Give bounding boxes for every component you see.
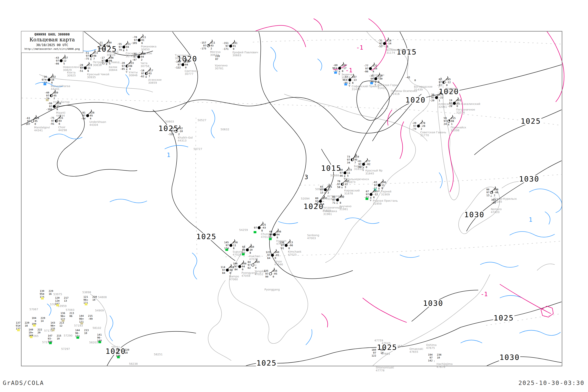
station-right-values: 201 11 0 (456, 99, 461, 108)
station-right-values: 272 11 6 (88, 64, 92, 72)
station-id-label: 57193 (74, 324, 83, 327)
station-name-label: Oshima 47675 (426, 344, 438, 350)
precip-marker-icon (33, 324, 36, 326)
station-cloud-circle-icon (182, 63, 184, 66)
station-name-label: Южно-Курильск 32165 (493, 197, 518, 203)
station-name-label: Ноглики 32053 (446, 87, 459, 93)
station-left-values: 97 (254, 223, 257, 229)
station-left-values: -102 97 -122 (175, 60, 181, 69)
bulletin-header: QHHH98 UAOL 300000 (21, 33, 83, 36)
station-cloud-circle-icon (55, 120, 58, 122)
station-left-values: 135 97 90 (264, 269, 268, 278)
precip-marker-icon (370, 82, 373, 84)
station-left-values: -61 97 -107 (24, 116, 30, 126)
station-name-label: Красный Чикой 30935 (87, 73, 110, 79)
station-right-values: 220 10 (92, 295, 97, 301)
station-left-values: 194 97 142 (428, 353, 432, 362)
station-left-values: 91 97 71 (332, 196, 335, 204)
station-right-values: 220 18 (25, 321, 29, 327)
precip-marker-icon (254, 231, 256, 233)
station-left-values: -69 96※ -72 (332, 64, 338, 72)
station-cloud-circle-icon (106, 60, 108, 62)
weather-symbol-icon: △ (490, 194, 492, 197)
precip-marker-icon (49, 342, 52, 344)
weather-symbol-icon: ⧖ ▽ (370, 196, 372, 202)
station-id-label: 57083 (66, 308, 74, 312)
station-right-values: 118 -14 8 (387, 39, 391, 48)
weather-symbol-icon: ▽ (336, 202, 338, 204)
station-name-label: Hachijojima 47678 (436, 362, 453, 368)
station-cloud-circle-icon (229, 45, 232, 48)
station-right-values: 211 01 6 (141, 36, 146, 44)
contour-aux-label: 1 (529, 216, 532, 223)
station-name-label: Богородское 31439 (414, 85, 433, 91)
station-name-label: Кяхта 30925 (67, 71, 76, 77)
station-name-label: Романовка 30650 (141, 45, 158, 51)
station-left-values: 180 97 122 (372, 348, 376, 357)
station-name-label: Большой Шантар 31174 (386, 48, 412, 54)
station-right-values: 211 03 2 (210, 41, 215, 50)
station-right-values: 215 08 1 (451, 116, 456, 126)
station-right-values: 192 8 (340, 196, 344, 204)
station-name-label: Рудная Пристань 31959 (373, 199, 399, 205)
station-left-values: 144 96∞ 121 (79, 314, 84, 323)
station-name-label: Nampo 47060 (229, 275, 240, 281)
station-left-values: -43 (406, 76, 410, 82)
station-right-values: 132 -16 8 (372, 64, 377, 73)
station-right-values: 173 11 5 (347, 168, 352, 177)
station-name-label: Кировский 31878 (344, 189, 361, 195)
station-cloud-circle-icon (145, 72, 148, 75)
station-cloud-circle-icon (126, 65, 128, 68)
station-right-values: 236 10 (437, 353, 442, 359)
station-id-label: 57297 (61, 347, 70, 350)
station-left-values: 65 97 13 (320, 185, 323, 194)
precip-marker-icon (117, 356, 120, 358)
station-left-values: -28 97 -51 (78, 64, 83, 72)
station-right-values: 289 05 7 (54, 91, 58, 100)
station-left-values: 80 97 66 (340, 168, 343, 177)
station-cloud-circle-icon (435, 96, 438, 99)
station-name-label: Советская Гавань 31770 (420, 131, 447, 137)
weather-symbol-icon: ⧖ ▽ (344, 175, 346, 180)
station-right-values: 218 04 0 (185, 60, 190, 69)
station-left-values: 73 97 34 (347, 155, 350, 164)
station-right-values: 328 05 4 (90, 111, 94, 120)
station-id-label: 50603 (165, 120, 174, 123)
station-cloud-circle-icon (230, 244, 232, 247)
station-id-label: 54259 (239, 228, 248, 232)
station-left-values: -20 97 -73 (412, 122, 416, 130)
station-name-label: Ерофей Павлович 30683 (232, 51, 259, 57)
station-left-values: 07 97 -02 (364, 190, 369, 199)
station-cloud-circle-icon (271, 254, 274, 257)
station-left-values: 121 96= 121 (84, 295, 88, 304)
station-right-values: 105 -17 8 (342, 64, 346, 72)
station-cloud-circle-icon (122, 46, 126, 48)
station-right-values: 225 -03 8 (261, 223, 266, 232)
station-id-label: 52094 (301, 197, 310, 200)
station-left-values: -70 97 -105 (131, 36, 137, 44)
station-left-values: 40 96 33 (269, 230, 272, 239)
station-right-values: 292 16 8 (51, 75, 56, 84)
isobar-label: 1020 (303, 203, 324, 210)
map-title: Кольцевая карта (21, 37, 83, 42)
station-cloud-circle-icon (273, 233, 276, 236)
isobar-label: 1025 (256, 360, 277, 366)
station-right-values: 287 12 5 (63, 56, 68, 65)
station-name-label: Kimchaek 47025 (288, 250, 302, 256)
precip-marker-icon (56, 304, 59, 306)
station-left-values: -75 97 -91 (50, 116, 54, 125)
station-cloud-circle-icon (31, 120, 34, 123)
station-cloud-circle-icon (86, 114, 89, 117)
station-cloud-circle-icon (60, 60, 63, 62)
station-cloud-circle-icon (90, 54, 93, 58)
station-name-label: Baruunkharaa 44241 (51, 85, 71, 90)
station-left-values: 137 91≡ 137 (16, 321, 20, 330)
station-right-values: 269 — 0 (255, 260, 260, 269)
station-right-values: 178 -28 2 (420, 122, 425, 130)
station-name-label: Тунгокочен 30564 (175, 54, 192, 60)
station-right-values: 266 04 0 (242, 262, 246, 271)
station-left-values: 136 96∞ 122 (60, 312, 65, 320)
station-left-values: 59 97 24 (444, 116, 447, 126)
weather-symbol-icon: ⧖ (106, 63, 108, 65)
station-cloud-circle-icon (285, 244, 288, 247)
